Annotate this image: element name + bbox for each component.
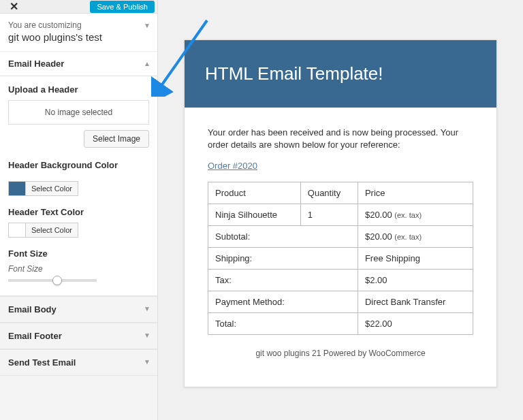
upload-header-heading: Upload a Header — [8, 84, 149, 95]
panel-email-footer[interactable]: Email Footer ▼ — [0, 323, 157, 349]
email-preview-area: HTML Email Template! Your order has been… — [158, 39, 523, 420]
slider-thumb[interactable] — [52, 276, 62, 285]
order-table: Product Quantity Price Ninja Silhouette … — [208, 182, 473, 335]
col-quantity: Quantity — [300, 182, 358, 204]
customizer-sidebar: ✕ Save & Publish You are customizing git… — [0, 0, 158, 420]
cell-value: $20.00 (ex. tax) — [358, 226, 473, 248]
close-icon[interactable]: ✕ — [5, 0, 22, 13]
bg-select-color-button[interactable]: Select Color — [26, 181, 78, 196]
panel-send-test-email[interactable]: Send Test Email ▼ — [0, 349, 157, 376]
cell-price: $20.00 (ex. tax) — [358, 204, 473, 226]
no-image-placeholder: No image selected — [8, 100, 149, 125]
email-header-controls: Upload a Header No image selected Select… — [0, 76, 157, 296]
panel-email-body[interactable]: Email Body ▼ — [0, 296, 157, 323]
font-size-heading: Font Size — [8, 248, 149, 259]
text-color-heading: Header Text Color — [8, 207, 149, 217]
panel-label: Email Body — [8, 304, 57, 314]
col-product: Product — [208, 182, 301, 204]
select-image-button[interactable]: Select Image — [84, 130, 149, 148]
cell-label: Total: — [208, 313, 358, 335]
intro-text: Your order has been received and is now … — [208, 127, 473, 151]
chevron-down-icon: ▼ — [144, 305, 150, 312]
cell-value: $22.00 — [358, 313, 473, 335]
cell-value: Free Shipping — [358, 248, 473, 270]
cell-label: Shipping: — [208, 248, 358, 270]
panel-label: Send Test Email — [8, 357, 76, 368]
table-row: Ninja Silhouette 1 $20.00 (ex. tax) — [208, 204, 473, 226]
panel-label: Email Footer — [8, 331, 62, 341]
table-row: Total: $22.00 — [208, 313, 473, 335]
save-publish-button[interactable]: Save & Publish — [90, 1, 155, 13]
bg-color-swatch[interactable] — [8, 181, 26, 196]
table-row: Shipping: Free Shipping — [208, 248, 473, 270]
col-price: Price — [358, 182, 473, 204]
email-card: HTML Email Template! Your order has been… — [184, 39, 497, 387]
cell-qty: 1 — [300, 204, 358, 226]
bg-color-heading: Header Background Color — [8, 160, 149, 170]
customizer-topbar: ✕ Save & Publish — [0, 0, 157, 14]
chevron-down-icon[interactable]: ▼ — [144, 22, 150, 29]
table-row: Tax: $2.00 — [208, 270, 473, 291]
customizing-info: You are customizing git woo plugins's te… — [0, 14, 157, 51]
order-link[interactable]: Order #2020 — [208, 161, 257, 171]
table-row: Product Quantity Price — [208, 182, 473, 204]
font-size-slider[interactable] — [8, 279, 97, 282]
email-footer-text: git woo plugins 21 Powered by WooCommerc… — [208, 349, 473, 374]
cell-product: Ninja Silhouette — [208, 204, 301, 226]
cell-label: Tax: — [208, 270, 358, 291]
cell-value: Direct Bank Transfer — [358, 291, 473, 313]
text-color-swatch[interactable] — [8, 223, 26, 238]
email-header: HTML Email Template! — [185, 40, 496, 108]
customizing-label: You are customizing — [8, 20, 149, 30]
table-row: Payment Method: Direct Bank Transfer — [208, 291, 473, 313]
cell-label: Payment Method: — [208, 291, 358, 313]
email-body: Your order has been received and is now … — [185, 108, 496, 387]
chevron-down-icon: ▼ — [144, 358, 150, 366]
cell-label: Subtotal: — [208, 226, 358, 248]
panel-label: Email Header — [8, 59, 64, 69]
panel-email-header[interactable]: Email Header ▲ — [0, 51, 157, 76]
cell-value: $2.00 — [358, 270, 473, 291]
table-row: Subtotal: $20.00 (ex. tax) — [208, 226, 473, 248]
site-title: git woo plugins's test — [8, 31, 149, 43]
chevron-down-icon: ▼ — [144, 332, 150, 339]
text-select-color-button[interactable]: Select Color — [26, 223, 78, 238]
font-size-sublabel: Font Size — [8, 264, 149, 274]
chevron-up-icon: ▲ — [144, 60, 150, 67]
